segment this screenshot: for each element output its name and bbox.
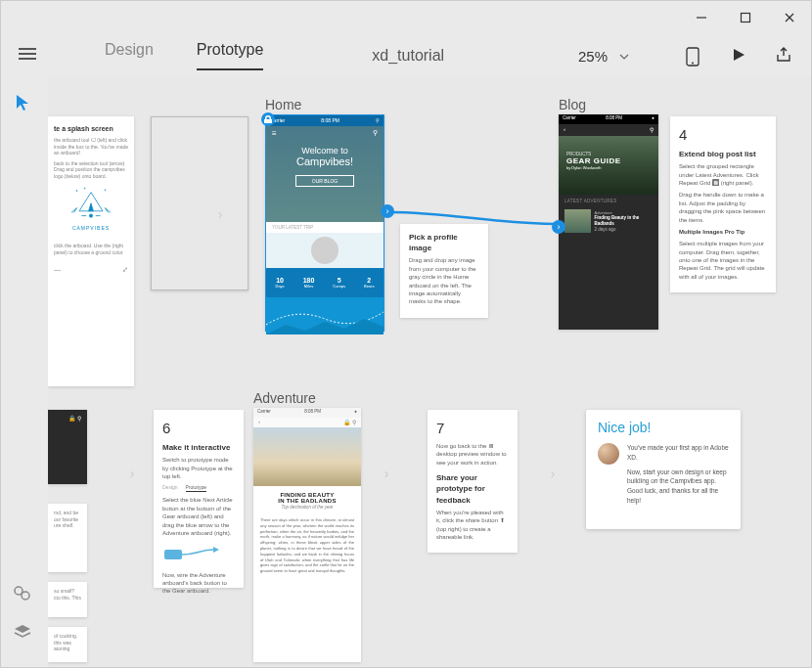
left-toolbar xyxy=(1,77,48,667)
share-icon[interactable] xyxy=(776,47,793,65)
home-hero: ≡ ⚲ Welcome to Campvibes! OUR BLOG xyxy=(266,126,383,222)
instruction-card-pick: Pick a profile image Drag and drop any i… xyxy=(400,224,488,318)
svg-point-17 xyxy=(105,190,106,191)
svg-point-13 xyxy=(89,214,92,217)
home-wire-handle[interactable]: › xyxy=(381,204,394,218)
home-stats: 10Days 180Miles 5Camps 2Bears xyxy=(266,268,383,297)
instruction-card-6: 6 Make it interactive Switch to prototyp… xyxy=(154,410,244,588)
svg-marker-19 xyxy=(266,319,383,334)
device-preview-icon[interactable] xyxy=(686,47,703,65)
layers-icon[interactable] xyxy=(13,622,36,646)
chevron-icon: › xyxy=(547,464,559,483)
home-flow-anchor[interactable] xyxy=(261,112,275,126)
campvibes-logo-illustration: CAMPVIBES xyxy=(54,179,128,237)
instruction-card-4: 4 Extend blog post list Select the group… xyxy=(670,116,776,292)
window-titlebar xyxy=(1,1,811,34)
svg-rect-20 xyxy=(164,550,182,559)
svg-marker-6 xyxy=(734,49,744,61)
svg-point-9 xyxy=(22,592,29,600)
svg-rect-1 xyxy=(741,14,749,22)
svg-marker-21 xyxy=(213,547,219,553)
select-tool[interactable] xyxy=(13,93,36,116)
partial-card-b: so small? cto this. This xyxy=(48,582,87,617)
artboard-blog[interactable]: Carrier8:08 PM● ‹⚲ PRODUCTS GEAR GUIDE b… xyxy=(559,114,658,330)
blog-post-item: Adventure Finding Beauty in the Badlands… xyxy=(559,207,658,235)
chevron-icon: › xyxy=(126,464,138,483)
home-status-bar: Carrier8:08 PM⚲ xyxy=(266,115,383,126)
svg-marker-12 xyxy=(89,203,94,211)
home-map xyxy=(266,297,383,334)
nice-job-card: Nice job! You've made your first app in … xyxy=(586,410,741,529)
menu-icon: ≡ xyxy=(272,129,277,138)
instruction-card-7: 7 Now go back to the 🖥 desktop preview w… xyxy=(428,410,518,553)
page-indicator: — xyxy=(54,265,61,274)
svg-marker-10 xyxy=(15,625,30,633)
blog-nav: ‹⚲ xyxy=(559,124,658,136)
empty-artboard[interactable] xyxy=(151,116,248,290)
artboard-home[interactable]: Carrier8:08 PM⚲ ≡ ⚲ Welcome to Campvibes… xyxy=(265,114,384,332)
avatar xyxy=(598,443,619,465)
assets-icon[interactable] xyxy=(13,583,36,606)
svg-point-16 xyxy=(76,191,77,192)
top-toolbar: Design Prototype xd_tutorial 25% xyxy=(1,34,811,77)
document-title: xd_tutorial xyxy=(372,47,444,65)
artboard-adventure[interactable]: Carrier8:08 PM● ‹🔒 ⚲ FINDING BEAUTYIN TH… xyxy=(253,408,361,662)
expand-icon[interactable]: ⤢ xyxy=(122,265,128,274)
canvas[interactable]: te a splash screen the artboard tool 🖵 (… xyxy=(48,77,811,667)
chevron-icon: › xyxy=(381,464,392,483)
partial-dark-artboard: 🔒 ⚲ xyxy=(48,410,87,484)
chevron-icon: › xyxy=(214,204,226,224)
svg-point-18 xyxy=(84,188,85,189)
zoom-value[interactable]: 25% xyxy=(578,48,608,65)
artboard-label-blog[interactable]: Blog xyxy=(559,97,586,112)
tab-prototype[interactable]: Prototype xyxy=(179,41,281,70)
hamburger-menu[interactable] xyxy=(19,45,40,67)
play-preview-icon[interactable] xyxy=(731,47,748,65)
profile-image-placeholder xyxy=(311,237,338,264)
partial-card-a: md, and be our favorite ure shelf. xyxy=(48,504,87,572)
svg-marker-7 xyxy=(17,95,28,111)
artboard-label-home[interactable]: Home xyxy=(265,97,301,112)
close-button[interactable] xyxy=(767,1,811,34)
zoom-dropdown-chevron[interactable] xyxy=(619,51,629,62)
partial-card-c: of cooking. this was atoning xyxy=(48,627,87,662)
minimize-button[interactable] xyxy=(679,1,723,34)
artboard-label-adventure[interactable]: Adventure xyxy=(253,390,316,406)
maximize-button[interactable] xyxy=(723,1,767,34)
blog-wire-target[interactable]: › xyxy=(552,220,565,234)
svg-point-5 xyxy=(692,63,694,65)
tab-design[interactable]: Design xyxy=(87,41,171,70)
instruction-card-splash: te a splash screen the artboard tool 🖵 (… xyxy=(48,116,134,386)
our-blog-button: OUR BLOG xyxy=(295,175,354,187)
search-icon: ⚲ xyxy=(373,129,378,137)
blog-hero: PRODUCTS GEAR GUIDE by Dylan Woolworth xyxy=(559,136,658,195)
